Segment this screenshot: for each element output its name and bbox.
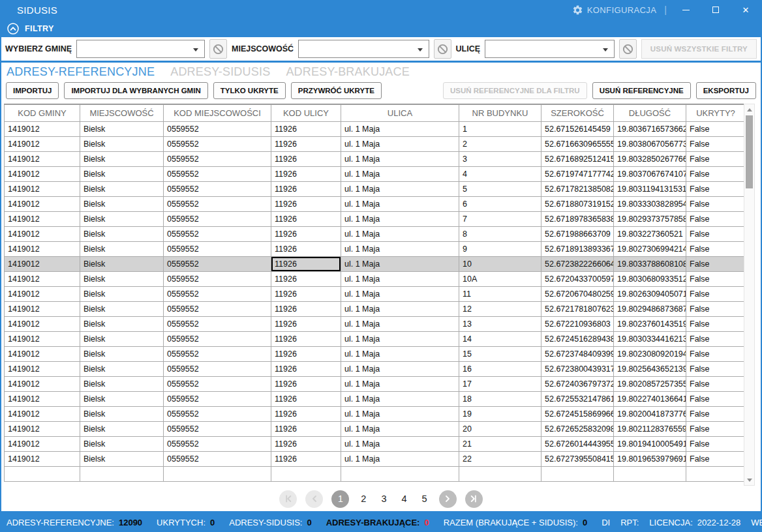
table-cell[interactable]: False (686, 347, 744, 362)
table-row[interactable]: 1419012Bielsk055955211926ul. 1 Maja552.6… (5, 182, 744, 197)
column-header[interactable]: ULICA (341, 105, 459, 122)
vertical-scrollbar[interactable] (744, 104, 755, 486)
table-cell[interactable]: 11926 (271, 167, 341, 182)
table-cell[interactable]: 19.8023080920194 (614, 347, 686, 362)
first-page-button[interactable] (279, 490, 297, 508)
table-cell[interactable]: 19.8019653979691 (614, 452, 686, 467)
table-cell[interactable]: 11 (459, 287, 541, 302)
table-cell[interactable]: 11926 (271, 242, 341, 257)
table-cell[interactable]: Bielsk (80, 302, 164, 317)
table-row[interactable]: 1419012Bielsk055955211926ul. 1 Maja2052.… (5, 422, 744, 437)
table-row[interactable]: 1419012Bielsk055955211926ul. 1 Maja1352.… (5, 317, 744, 332)
table-cell[interactable]: Bielsk (80, 377, 164, 392)
table-cell[interactable]: 1419012 (5, 407, 80, 422)
table-cell[interactable]: 0559552 (164, 272, 271, 287)
table-cell[interactable]: 0559552 (164, 182, 271, 197)
filters-toggle-label[interactable]: FILTRY (25, 24, 54, 33)
table-cell[interactable]: 19.8031194131531 (614, 182, 686, 197)
table-cell[interactable]: 10A (459, 272, 541, 287)
table-cell[interactable]: 0559552 (164, 347, 271, 362)
table-cell[interactable]: 19.8030334416213 (614, 332, 686, 347)
table-cell[interactable]: 1419012 (5, 257, 80, 272)
table-cell[interactable]: 0559552 (164, 212, 271, 227)
table-cell[interactable]: ul. 1 Maja (341, 122, 459, 137)
table-cell[interactable]: False (686, 377, 744, 392)
table-cell[interactable]: 14 (459, 332, 541, 347)
table-cell[interactable]: 19.8021128376559 (614, 422, 686, 437)
table-cell[interactable]: 52.6718807319152 (541, 197, 614, 212)
table-cell[interactable]: False (686, 392, 744, 407)
table-cell[interactable]: ul. 1 Maja (341, 212, 459, 227)
table-cell[interactable] (686, 467, 744, 482)
table-cell[interactable]: Bielsk (80, 437, 164, 452)
table-cell[interactable]: 1419012 (5, 452, 80, 467)
page-button-4[interactable]: 4 (399, 494, 410, 504)
column-header[interactable]: KOD GMINY (5, 105, 80, 122)
table-cell[interactable]: 52.6726014443955 (541, 437, 614, 452)
table-cell[interactable]: 1419012 (5, 167, 80, 182)
table-cell[interactable]: 19.8025643652139 (614, 362, 686, 377)
table-cell[interactable]: False (686, 212, 744, 227)
table-row[interactable]: 1419012Bielsk055955211926ul. 1 Maja1252.… (5, 302, 744, 317)
table-row[interactable] (5, 467, 744, 482)
table-cell[interactable]: 11926 (271, 362, 341, 377)
table-cell[interactable]: 11926 (271, 407, 341, 422)
table-cell[interactable]: Bielsk (80, 287, 164, 302)
table-cell[interactable]: ul. 1 Maja (341, 227, 459, 242)
table-cell[interactable]: 1419012 (5, 377, 80, 392)
table-row[interactable]: 1419012Bielsk055955211926ul. 1 Maja452.6… (5, 167, 744, 182)
table-cell[interactable]: 0559552 (164, 437, 271, 452)
przywroc-ukryte-button[interactable]: PRZYWRÓĆ UKRYTE (291, 82, 382, 99)
table-cell[interactable]: 11926 (271, 422, 341, 437)
table-cell[interactable]: 0559552 (164, 167, 271, 182)
table-row[interactable]: 1419012Bielsk055955211926ul. 1 Maja2252.… (5, 452, 744, 467)
table-cell[interactable]: False (686, 422, 744, 437)
importuj-dla-wybranych-gmin-button[interactable]: IMPORTUJ DLA WYBRANYCH GMIN (64, 82, 207, 99)
miejscowosc-combobox[interactable] (298, 40, 429, 58)
table-cell[interactable]: 0559552 (164, 122, 271, 137)
table-cell[interactable]: 11926 (271, 392, 341, 407)
clear-miejscowosc-filter-button[interactable] (434, 39, 451, 59)
table-row[interactable]: 1419012Bielsk055955211926ul. 1 Maja652.6… (5, 197, 744, 212)
importuj-button[interactable]: IMPORTUJ (6, 82, 59, 99)
table-cell[interactable]: 11926 (271, 437, 341, 452)
table-cell[interactable]: 52.6724036797372 (541, 377, 614, 392)
table-cell[interactable]: 11926 (271, 347, 341, 362)
table-cell[interactable]: 52.6716892512415 (541, 152, 614, 167)
table-cell[interactable] (541, 467, 614, 482)
table-cell[interactable]: ul. 1 Maja (341, 332, 459, 347)
table-cell[interactable]: 52.6720433700597 (541, 272, 614, 287)
table-cell[interactable]: 11926 (271, 182, 341, 197)
table-row[interactable]: 1419012Bielsk055955211926ul. 1 Maja1752.… (5, 377, 744, 392)
table-cell[interactable]: 12 (459, 302, 541, 317)
table-cell[interactable]: False (686, 137, 744, 152)
scroll-down-icon[interactable] (744, 475, 754, 485)
table-cell[interactable]: 19.803227360521 (614, 227, 686, 242)
table-cell[interactable]: Bielsk (80, 227, 164, 242)
table-row[interactable]: 1419012Bielsk055955211926ul. 1 Maja252.6… (5, 137, 744, 152)
table-cell[interactable]: 1 (459, 122, 541, 137)
table-cell[interactable]: ul. 1 Maja (341, 197, 459, 212)
table-cell[interactable]: 19.8032850267766 (614, 152, 686, 167)
table-cell[interactable]: 19.8036716573662 (614, 122, 686, 137)
table-row[interactable]: 1419012Bielsk055955211926ul. 1 Maja1652.… (5, 362, 744, 377)
table-cell[interactable]: ul. 1 Maja (341, 422, 459, 437)
tab-adresy-referencyjne[interactable]: ADRESY-REFERENCYJNE (7, 65, 155, 79)
usun-referencyjne-dla-filtru-button[interactable]: USUŃ REFERENCYJNE DLA FILTRU (443, 82, 587, 99)
table-cell[interactable]: 0559552 (164, 152, 271, 167)
table-cell[interactable]: 1419012 (5, 122, 80, 137)
table-cell[interactable]: 52.6727395508415 (541, 452, 614, 467)
table-cell[interactable]: 11926 (271, 302, 341, 317)
table-cell[interactable]: 6 (459, 197, 541, 212)
table-cell[interactable]: 4 (459, 167, 541, 182)
table-cell[interactable]: Bielsk (80, 137, 164, 152)
table-cell[interactable]: 7 (459, 212, 541, 227)
table-cell[interactable]: 0559552 (164, 452, 271, 467)
table-cell[interactable]: 9 (459, 242, 541, 257)
table-cell[interactable]: 1419012 (5, 287, 80, 302)
table-cell[interactable]: 0559552 (164, 407, 271, 422)
table-cell[interactable]: 52.6720670480259 (541, 287, 614, 302)
table-row[interactable]: 1419012Bielsk055955211926ul. 1 Maja1152.… (5, 287, 744, 302)
ulica-combobox[interactable] (485, 40, 615, 58)
table-cell[interactable]: 19.8033303828954 (614, 197, 686, 212)
